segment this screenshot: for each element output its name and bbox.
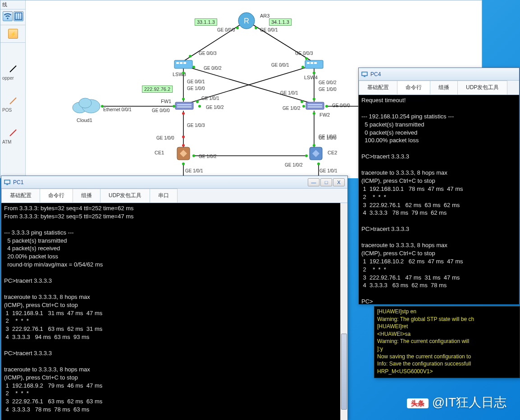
- svg-rect-32: [306, 102, 324, 109]
- device-firewall-fw1[interactable]: [174, 100, 194, 111]
- svg-rect-34: [308, 106, 322, 108]
- status-dot: [101, 105, 104, 108]
- ip-ar3-right: 34.1.1.3: [269, 18, 292, 26]
- status-dot: [301, 100, 303, 103]
- svg-line-5: [10, 130, 16, 136]
- terminal-output: [HUAWEI]stp en Warning: The global STP s…: [377, 308, 474, 375]
- port-fw2-u2: GE 1/0/2: [283, 106, 300, 111]
- svg-rect-28: [314, 62, 317, 64]
- port-fw1-d: GE 1/0/3: [187, 123, 205, 128]
- tab-udp[interactable]: UDP发包工具: [100, 189, 150, 203]
- port-ce2-u: GE 1/0/0: [319, 135, 336, 140]
- label-cloud1: Cloud1: [77, 117, 92, 123]
- status-dot: [182, 135, 185, 138]
- tool-wireless-icon[interactable]: [3, 11, 13, 21]
- status-dot: [305, 154, 308, 157]
- svg-rect-23: [180, 62, 182, 64]
- titlebar-pc1[interactable]: PC1 — □ X: [1, 176, 347, 189]
- svg-rect-40: [5, 180, 10, 184]
- port-fw2-eth: GE 0/0/0: [332, 103, 350, 108]
- svg-rect-25: [305, 60, 323, 68]
- status-dot: [305, 57, 308, 60]
- minimize-button[interactable]: —: [308, 178, 319, 186]
- svg-point-37: [79, 98, 91, 108]
- terminal-cli3[interactable]: [HUAWEI]stp en Warning: The global STP s…: [374, 307, 520, 378]
- status-dot: [182, 112, 185, 115]
- tab-cli[interactable]: 命令行: [40, 189, 73, 203]
- tab-basic-config[interactable]: 基础配置: [1, 189, 40, 203]
- device-router-ar3[interactable]: R: [237, 12, 255, 30]
- status-dot: [255, 27, 257, 29]
- tool-lightning-icon[interactable]: ⚡: [8, 29, 18, 39]
- port-eth: Ethernet 0/0/1: [103, 107, 132, 112]
- terminal-output: From 3.3.3.3: bytes=32 seq=4 ttl=252 tim…: [4, 205, 134, 420]
- device-firewall-fw2[interactable]: [305, 100, 325, 111]
- svg-line-4: [10, 98, 16, 104]
- scroll-thumb[interactable]: [341, 334, 347, 410]
- maximize-button[interactable]: □: [320, 178, 332, 186]
- device-switch-lsw3[interactable]: [173, 57, 193, 70]
- status-dot: [313, 72, 315, 74]
- window-title: PC4: [370, 71, 381, 77]
- status-dot: [313, 112, 315, 115]
- svg-text:R: R: [244, 17, 249, 25]
- titlebar-pc4[interactable]: PC4: [359, 68, 519, 81]
- tool-copper-label: opper: [0, 75, 25, 81]
- status-dot: [182, 144, 185, 147]
- terminal-pc4[interactable]: Request timeout! --- 192.168.10.254 ping…: [359, 95, 519, 304]
- status-dot: [313, 144, 315, 147]
- port-lsw4-d1: GE 0/0/2: [319, 80, 336, 85]
- device-ce1[interactable]: [175, 145, 192, 162]
- tab-basic-config[interactable]: 基础配置: [359, 81, 397, 95]
- svg-rect-30: [177, 104, 192, 105]
- label-lsw4: LSW4: [304, 75, 318, 80]
- status-dot: [198, 105, 201, 108]
- tab-udp[interactable]: UDP发包工具: [457, 81, 507, 95]
- port-ce2-d: GE 1/0/1: [319, 168, 337, 173]
- port-fw1-u1: GE 1/0/1: [201, 96, 219, 101]
- port-lsw4-mid: GE 0/0/1: [271, 63, 289, 68]
- scrollbar[interactable]: [340, 203, 347, 420]
- status-dot: [182, 163, 185, 165]
- port-lsw4-d2: GE 1/0/0: [319, 87, 336, 92]
- window-title: PC1: [13, 179, 23, 185]
- tab-multicast[interactable]: 组播: [73, 189, 100, 203]
- tool-grid-icon[interactable]: [14, 11, 23, 21]
- svg-rect-42: [362, 72, 367, 76]
- status-dot: [301, 66, 304, 68]
- svg-rect-29: [175, 102, 193, 109]
- svg-rect-26: [307, 62, 310, 64]
- status-dot: [196, 100, 199, 103]
- svg-rect-33: [308, 104, 322, 105]
- port-ce1-d: GE 1/0/1: [185, 168, 203, 173]
- status-dot: [182, 98, 185, 100]
- port-lsw4-up: GE 0/0/3: [295, 51, 313, 56]
- window-cli-fragment: [HUAWEI]stp en Warning: The global STP s…: [374, 306, 520, 378]
- ip-fw1: 222.92.76.2: [142, 86, 173, 93]
- tab-serial[interactable]: 串口: [150, 189, 178, 203]
- port-lsw3-up: GE 0/0/3: [199, 51, 216, 56]
- device-cloud[interactable]: [71, 95, 102, 115]
- tool-palette: 线 ⚡ opper POS ATM: [0, 0, 26, 178]
- tab-multicast[interactable]: 组播: [430, 81, 458, 95]
- status-dot: [325, 105, 328, 108]
- tool-line-solid[interactable]: [9, 64, 18, 73]
- port-ce2-l: GE 1/0/2: [285, 163, 302, 167]
- tool-line-orange[interactable]: [9, 96, 18, 105]
- terminal-pc1[interactable]: From 3.3.3.3: bytes=32 seq=4 ttl=252 tim…: [1, 203, 347, 420]
- port-fw1-eth: GE 0/0/0: [152, 108, 169, 113]
- port-lsw3-d2: GE 1/0/0: [187, 86, 205, 91]
- status-dot: [317, 163, 320, 165]
- label-ar3: AR3: [260, 13, 269, 18]
- tab-cli[interactable]: 命令行: [397, 81, 430, 95]
- tool-line-red[interactable]: [9, 128, 18, 137]
- close-button[interactable]: X: [333, 178, 345, 186]
- status-dot: [182, 72, 185, 74]
- device-ce2[interactable]: [308, 145, 324, 162]
- window-pc4: PC4 基础配置 命令行 组播 UDP发包工具 Request timeout!…: [358, 68, 520, 304]
- terminal-output: Request timeout! --- 192.168.10.254 ping…: [361, 97, 463, 304]
- status-dot: [189, 55, 192, 58]
- port-fw1-u2: GE 1/0/2: [206, 105, 224, 110]
- port-lsw3-mid: GE 0/0/2: [204, 66, 221, 71]
- svg-rect-27: [310, 62, 313, 64]
